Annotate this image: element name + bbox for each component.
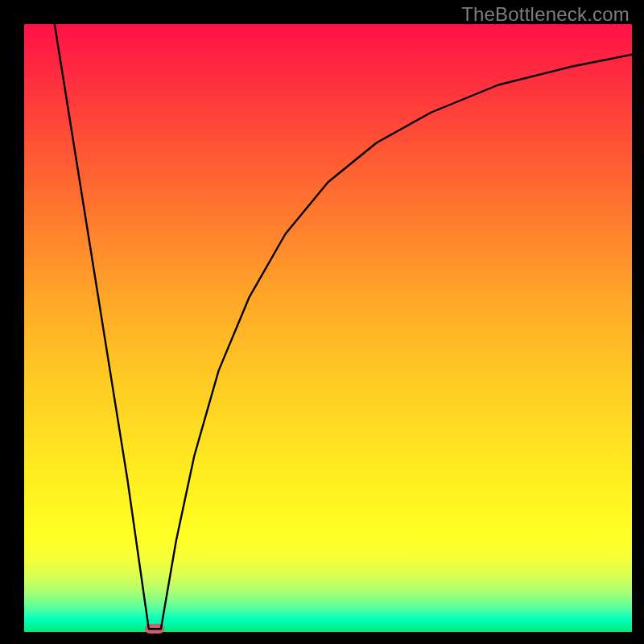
curve-path (55, 24, 632, 629)
chart-frame: TheBottleneck.com (0, 0, 644, 644)
bottleneck-curve (24, 24, 632, 632)
optimum-marker (145, 624, 164, 634)
plot-area (24, 24, 632, 632)
watermark-text: TheBottleneck.com (461, 3, 630, 26)
